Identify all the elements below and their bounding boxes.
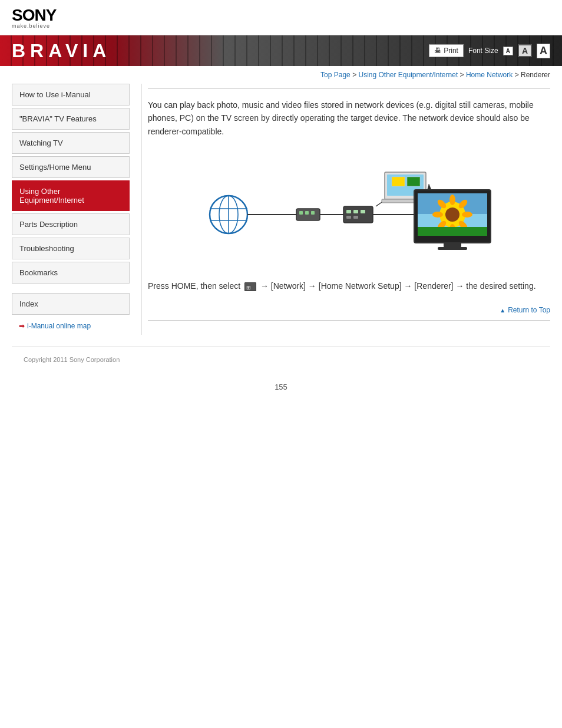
breadcrumb-sep3: > <box>515 71 521 79</box>
bravia-title: BRAVIA <box>12 40 111 62</box>
network-diagram-svg <box>202 156 497 262</box>
page-number: 155 <box>0 371 562 403</box>
sidebar-item-watching-tv[interactable]: Watching TV <box>12 132 130 154</box>
arrow-right-icon: ➡ <box>19 322 25 330</box>
return-to-top: ▲ Return to Top <box>148 305 550 315</box>
font-size-medium-button[interactable]: A <box>518 44 532 57</box>
svg-point-32 <box>432 212 443 218</box>
bravia-banner: BRAVIA 🖶 Print Font Size A A A <box>0 35 562 66</box>
sidebar-item-bookmarks[interactable]: Bookmarks <box>12 262 130 284</box>
font-size-small-button[interactable]: A <box>503 47 513 55</box>
breadcrumb-sep2: > <box>460 71 466 79</box>
svg-point-30 <box>449 195 455 205</box>
svg-point-29 <box>445 207 459 222</box>
sony-logo: SONY make.believe <box>12 7 550 29</box>
breadcrumb-using-other[interactable]: Using Other Equipment/Internet <box>358 71 458 79</box>
font-size-large-button[interactable]: A <box>537 44 550 58</box>
sidebar-item-how-to-use[interactable]: How to Use i-Manual <box>12 84 130 106</box>
svg-rect-40 <box>438 247 467 250</box>
sony-wordmark: SONY <box>12 7 550 24</box>
online-map-link[interactable]: ➡ i-Manual online map <box>19 322 123 330</box>
svg-rect-38 <box>418 227 487 236</box>
print-icon: 🖶 <box>434 47 441 55</box>
print-button[interactable]: 🖶 Print <box>429 44 464 57</box>
sidebar-online-map: ➡ i-Manual online map <box>12 317 130 335</box>
content-top-divider <box>148 88 550 89</box>
svg-rect-16 <box>353 216 358 219</box>
svg-rect-7 <box>299 211 303 215</box>
footer: Copyright 2011 Sony Corporation <box>12 347 550 371</box>
font-size-label: Font Size <box>468 47 498 55</box>
sidebar: How to Use i-Manual "BRAVIA" TV Features… <box>0 84 141 335</box>
banner-controls: 🖶 Print Font Size A A A <box>429 44 550 58</box>
network-icon: ⊞ <box>246 284 251 292</box>
print-label: Print <box>444 47 458 55</box>
sony-tagline: make.believe <box>12 24 550 29</box>
svg-rect-11 <box>343 206 373 223</box>
triangle-up-icon: ▲ <box>500 307 505 314</box>
return-to-top-link[interactable]: ▲ Return to Top <box>500 306 550 314</box>
breadcrumb-home-network[interactable]: Home Network <box>466 71 513 79</box>
sidebar-item-bravia-features[interactable]: "BRAVIA" TV Features <box>12 108 130 130</box>
content-description: You can play back photo, music and video… <box>148 98 550 138</box>
breadcrumb-sep1: > <box>352 71 358 79</box>
svg-rect-15 <box>346 216 351 219</box>
sidebar-divider <box>12 286 130 293</box>
breadcrumb-current: Renderer <box>521 71 550 79</box>
svg-rect-21 <box>407 177 420 186</box>
svg-rect-8 <box>305 211 309 215</box>
sidebar-item-troubleshooting[interactable]: Troubleshooting <box>12 238 130 259</box>
copyright-text: Copyright 2011 Sony Corporation <box>24 356 120 363</box>
svg-rect-20 <box>392 177 405 186</box>
content-area: You can play back photo, music and video… <box>141 84 562 335</box>
svg-rect-9 <box>311 211 315 215</box>
sidebar-item-using-other[interactable]: Using Other Equipment/Internet <box>12 180 130 211</box>
content-bottom-divider <box>148 320 550 321</box>
breadcrumb-top-page[interactable]: Top Page <box>320 71 351 79</box>
svg-rect-13 <box>353 210 358 213</box>
svg-rect-39 <box>444 243 461 247</box>
sidebar-index[interactable]: Index <box>12 293 130 315</box>
header: SONY make.believe <box>0 0 562 35</box>
network-diagram <box>148 150 550 268</box>
sidebar-item-parts-description[interactable]: Parts Description <box>12 213 130 235</box>
breadcrumb: Top Page > Using Other Equipment/Interne… <box>0 66 562 84</box>
svg-point-33 <box>462 212 472 218</box>
svg-rect-14 <box>361 210 365 213</box>
press-home-instruction: Press HOME, then select ⊞ → [Network] → … <box>148 279 550 292</box>
main-layout: How to Use i-Manual "BRAVIA" TV Features… <box>0 84 562 347</box>
svg-rect-12 <box>346 210 351 213</box>
sidebar-item-settings-home[interactable]: Settings/Home Menu <box>12 156 130 178</box>
